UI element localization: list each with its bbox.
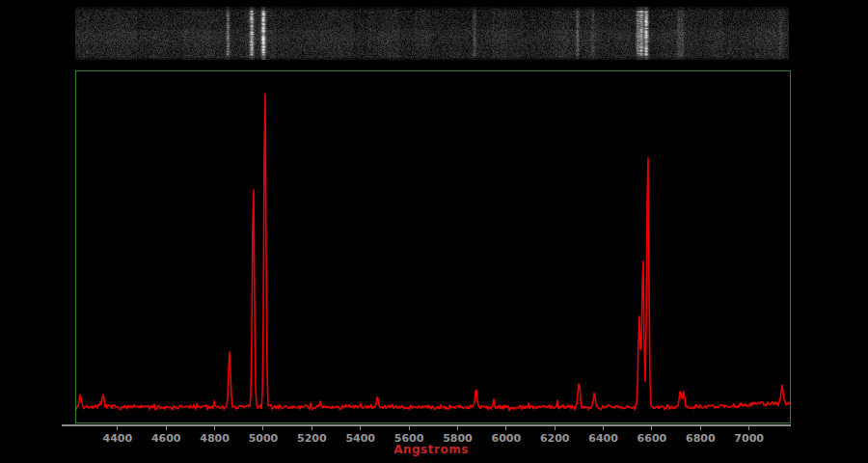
x-axis-tick <box>214 426 215 430</box>
spectrum-viewer: 4400460048005000520054005600580060006200… <box>0 0 868 463</box>
x-axis-tick <box>505 426 506 430</box>
x-axis-tick <box>457 426 458 430</box>
x-axis-tick <box>312 426 312 430</box>
spectrum-2d-strip <box>75 7 789 60</box>
x-axis-tick <box>166 426 167 430</box>
x-tick-label: 6200 <box>532 432 577 445</box>
x-tick-label: 4800 <box>193 432 237 445</box>
x-axis-tick <box>700 426 701 430</box>
x-axis-tick <box>555 426 556 430</box>
x-tick-label: 6800 <box>678 432 722 445</box>
x-tick-label: 6000 <box>484 432 529 445</box>
x-tick-label: 5000 <box>241 432 285 445</box>
x-tick-label: 4400 <box>95 432 140 445</box>
spectrum-plot-canvas[interactable] <box>76 71 790 422</box>
x-axis-tick <box>651 426 652 430</box>
x-tick-label: 6600 <box>630 432 674 445</box>
x-tick-label: 7000 <box>727 432 772 445</box>
x-tick-label: 5200 <box>289 432 334 445</box>
x-tick-label: 4600 <box>144 432 188 445</box>
x-axis-tick <box>262 426 263 430</box>
x-axis-tick <box>409 426 410 430</box>
x-axis-tick <box>748 426 749 430</box>
x-axis-title: Angstroms <box>373 443 489 456</box>
spectrum-plot-frame <box>75 70 791 423</box>
x-axis-tick <box>360 426 361 430</box>
x-axis-line <box>62 424 791 426</box>
x-axis-tick <box>117 426 118 430</box>
x-tick-label: 6400 <box>582 432 626 445</box>
x-axis-tick <box>603 426 604 430</box>
